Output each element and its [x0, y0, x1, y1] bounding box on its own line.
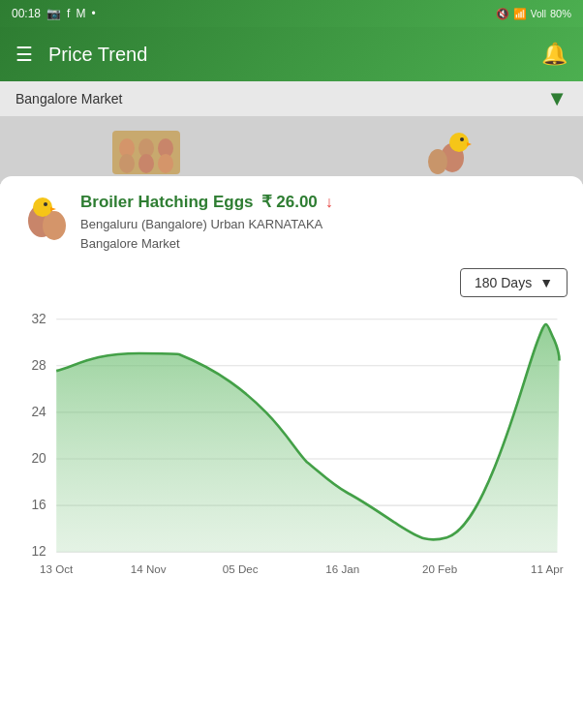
- product-details: Broiler Hatching Eggs ₹ 26.00 ↓ Bengalur…: [80, 192, 333, 253]
- app-title: Price Trend: [48, 44, 147, 66]
- status-bar: 00:18 📷 f M • 🔇 📶 Voll 80%: [0, 0, 583, 27]
- status-time: 00:18: [12, 7, 41, 20]
- status-battery: 80%: [550, 8, 571, 19]
- svg-point-8: [428, 149, 447, 174]
- svg-text:20 Feb: 20 Feb: [422, 562, 457, 575]
- svg-text:11 Apr: 11 Apr: [531, 562, 564, 575]
- svg-text:16: 16: [31, 498, 46, 512]
- svg-text:28: 28: [31, 358, 46, 373]
- status-icon-dot: •: [91, 7, 95, 20]
- notification-bell-icon[interactable]: 🔔: [541, 42, 568, 67]
- product-info: Broiler Hatching Eggs ₹ 26.00 ↓ Bengalur…: [15, 192, 568, 253]
- app-bar-left: ☰ Price Trend: [15, 43, 147, 66]
- svg-marker-16: [50, 207, 56, 211]
- days-label: 180 Days: [475, 275, 532, 290]
- svg-point-9: [449, 133, 469, 152]
- svg-point-15: [44, 202, 47, 206]
- product-location: Bengaluru (Bangalore) Urban KARNATAKA Ba…: [80, 215, 333, 253]
- product-card: Broiler Hatching Eggs ₹ 26.00 ↓ Bengalur…: [0, 176, 583, 728]
- status-mute-icon: 🔇: [496, 8, 509, 20]
- image-strip: [0, 116, 583, 184]
- filter-icon[interactable]: ▼: [546, 86, 568, 111]
- price-chart: 32 28 24 20 16 12: [15, 309, 568, 609]
- egg-image-right: [394, 121, 481, 179]
- app-bar: ☰ Price Trend 🔔: [0, 27, 583, 81]
- svg-text:12: 12: [31, 544, 46, 559]
- svg-point-5: [138, 154, 154, 173]
- status-left: 00:18 📷 f M •: [12, 7, 96, 20]
- svg-text:16 Jan: 16 Jan: [325, 562, 359, 575]
- status-right: 🔇 📶 Voll 80%: [496, 8, 571, 20]
- svg-point-6: [158, 154, 173, 173]
- market-banner: Bangalore Market ▼: [0, 81, 583, 116]
- svg-text:13 Oct: 13 Oct: [40, 562, 74, 575]
- days-selector[interactable]: 180 Days ▼: [460, 268, 568, 297]
- svg-text:24: 24: [31, 405, 46, 419]
- svg-point-4: [119, 154, 135, 173]
- days-selector-row: 180 Days ▼: [15, 268, 568, 297]
- svg-text:20: 20: [31, 451, 46, 466]
- status-icon-gmail: M: [76, 7, 85, 20]
- status-icon-fb: f: [67, 7, 70, 20]
- product-name: Broiler Hatching Eggs: [80, 193, 254, 212]
- svg-marker-11: [467, 142, 472, 146]
- product-name-row: Broiler Hatching Eggs ₹ 26.00 ↓: [80, 192, 333, 212]
- product-image: [15, 192, 69, 251]
- status-wifi-icon: 📶: [513, 8, 527, 20]
- svg-text:14 Nov: 14 Nov: [131, 562, 167, 575]
- status-signal-text: Voll: [531, 9, 546, 19]
- svg-text:05 Dec: 05 Dec: [223, 562, 259, 575]
- svg-point-14: [33, 197, 52, 217]
- hamburger-menu[interactable]: ☰: [15, 43, 33, 66]
- chart-container: 32 28 24 20 16 12: [15, 309, 568, 609]
- egg-image-left: [103, 121, 190, 179]
- svg-point-10: [460, 137, 464, 141]
- status-icon-camera: 📷: [46, 7, 61, 20]
- product-price: ₹ 26.00: [261, 192, 318, 212]
- chevron-down-icon: ▼: [539, 275, 553, 290]
- market-name: Bangalore Market: [15, 91, 123, 106]
- price-direction-icon: ↓: [325, 194, 333, 211]
- svg-text:32: 32: [31, 312, 46, 326]
